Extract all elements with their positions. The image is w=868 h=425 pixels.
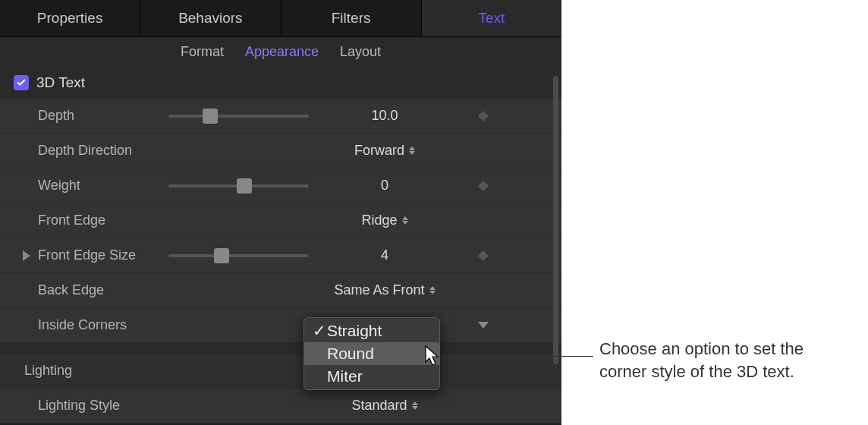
popup-item-miter[interactable]: Miter (304, 365, 439, 388)
callout-text: Choose an option to set the corner style… (599, 338, 804, 382)
checkmark-icon: ✓ (312, 322, 327, 340)
popup-inside-corners: ✓ Straight Round Miter (303, 317, 440, 390)
dropdown-lighting-style[interactable]: Standard (351, 398, 417, 414)
section-3d-text: 3D Text (0, 67, 561, 99)
subtab-appearance[interactable]: Appearance (245, 44, 319, 60)
slider-depth[interactable] (168, 115, 309, 118)
main-tabs: Properties Behaviors Filters Text (0, 0, 561, 37)
checkbox-3d-text[interactable] (14, 75, 29, 90)
keyframe-icon[interactable] (478, 110, 489, 121)
row-front-edge: Front Edge Ridge (0, 203, 561, 238)
updown-icon (409, 146, 415, 155)
row-lighting-style: Lighting Style Standard (0, 389, 561, 423)
label-back-edge: Back Edge (38, 282, 104, 298)
updown-icon (402, 216, 408, 225)
label-depth: Depth (38, 108, 74, 124)
row-front-edge-size: Front Edge Size 4 (0, 238, 561, 273)
row-back-edge: Back Edge Same As Front (0, 273, 561, 308)
section-title: 3D Text (36, 74, 85, 91)
popup-item-straight[interactable]: ✓ Straight (304, 320, 439, 342)
row-depth-direction: Depth Direction Forward (0, 134, 561, 168)
callout-line (442, 356, 593, 357)
value-depth[interactable]: 10.0 (371, 108, 398, 123)
cursor-icon (425, 345, 442, 367)
inspector-panel: Properties Behaviors Filters Text Format… (0, 0, 561, 425)
tab-filters[interactable]: Filters (281, 0, 422, 36)
tab-behaviors[interactable]: Behaviors (140, 0, 281, 36)
slider-thumb[interactable] (214, 248, 229, 263)
slider-weight[interactable] (168, 184, 309, 187)
label-inside-corners: Inside Corners (38, 317, 127, 333)
subtab-layout[interactable]: Layout (340, 44, 381, 60)
slider-thumb[interactable] (237, 178, 252, 194)
section-lighting: Lighting (0, 354, 561, 389)
tab-text[interactable]: Text (422, 0, 561, 36)
slider-thumb[interactable] (203, 109, 218, 124)
label-depth-direction: Depth Direction (38, 143, 132, 159)
sub-tabs: Format Appearance Layout (0, 37, 561, 67)
scrollbar[interactable] (553, 76, 558, 364)
dropdown-back-edge[interactable]: Same As Front (334, 282, 435, 298)
label-front-edge-size: Front Edge Size (38, 247, 136, 263)
dropdown-front-edge[interactable]: Ridge (361, 212, 407, 228)
keyframe-icon[interactable] (478, 250, 489, 260)
check-icon (16, 77, 27, 88)
updown-icon (412, 401, 418, 410)
value-weight[interactable]: 0 (381, 178, 388, 193)
popup-item-round[interactable]: Round (304, 342, 439, 365)
row-weight: Weight 0 (0, 168, 561, 203)
tab-properties[interactable]: Properties (0, 0, 140, 36)
dropdown-depth-direction[interactable]: Forward (354, 143, 415, 159)
slider-front-edge-size[interactable] (168, 254, 309, 257)
label-lighting-style: Lighting Style (38, 398, 120, 414)
label-weight: Weight (38, 178, 80, 194)
subtab-format[interactable]: Format (181, 44, 224, 60)
keyframe-icon[interactable] (478, 180, 489, 190)
label-front-edge: Front Edge (38, 212, 105, 228)
chevron-down-icon[interactable] (478, 322, 489, 329)
spacer (0, 343, 561, 354)
row-inside-corners: Inside Corners (0, 308, 561, 343)
updown-icon (429, 286, 436, 294)
disclosure-triangle-icon[interactable] (23, 250, 30, 261)
row-depth: Depth 10.0 (0, 99, 561, 134)
value-front-edge-size[interactable]: 4 (381, 247, 388, 263)
